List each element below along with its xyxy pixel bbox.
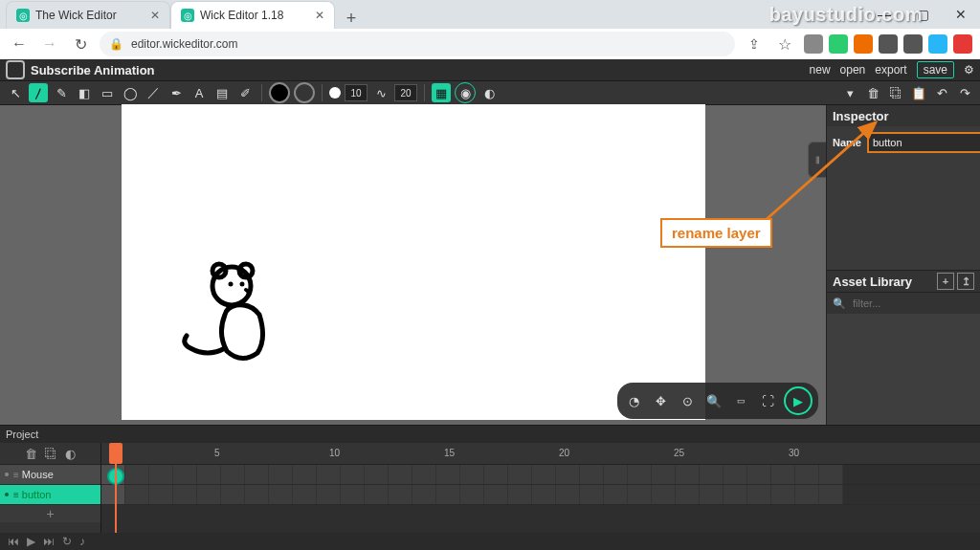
ellipse-tool-icon[interactable]: ◯ [121,83,140,102]
paste-icon[interactable]: 📋 [909,83,928,102]
save-button[interactable]: save [917,61,954,78]
hide-layer-icon[interactable]: ◐ [65,447,76,461]
text-tool-icon[interactable]: A [189,83,209,102]
add-layer-button[interactable]: + [0,505,100,522]
asset-filter-input[interactable] [851,297,980,310]
eraser-tool-icon[interactable]: ◧ [75,83,94,102]
toolbar: ↖ 〳 ✎ ◧ ▭ ◯ ／ ✒ A ▤ ✐ 10 ∿ 20 ▦ ◉ ◐ ▾ 🗑 … [0,81,980,105]
visibility-dot-icon[interactable] [5,473,9,476]
rect-tool-icon[interactable]: ▭ [98,83,117,102]
layer-name-input[interactable] [867,132,980,153]
svg-point-4 [239,282,244,287]
stroke-color-swatch[interactable] [294,82,315,103]
extension-icon[interactable] [903,34,923,54]
fill-tool-icon[interactable]: ▤ [212,83,232,102]
mode-c-icon[interactable]: ◐ [479,83,499,102]
reload-button[interactable]: ↻ [69,33,92,55]
divider [322,84,323,101]
fullscreen-icon[interactable]: ⛶ [757,390,778,411]
asset-list [827,314,980,425]
eyedrop-tool-icon[interactable]: ✐ [235,83,255,102]
add-asset-icon[interactable]: + [937,273,954,290]
prev-frame-icon[interactable]: ⏮ [8,535,19,548]
pencil-tool-icon[interactable]: ✎ [52,83,71,102]
redo-icon[interactable]: ↷ [955,83,974,102]
menu-open[interactable]: open [840,63,866,77]
layer-column: 🗑 ⿻ ◐ ≡ Mouse ≡ button + [0,443,101,533]
search-icon: 🔍 [833,297,846,310]
forward-button[interactable]: → [38,33,61,55]
copy-icon[interactable]: ⿻ [886,83,905,102]
grip-icon[interactable]: ≡ [13,470,17,480]
ruler-mark: 20 [559,448,569,458]
delete-layer-icon[interactable]: 🗑 [25,447,37,461]
smooth-input[interactable]: 20 [394,84,417,101]
play-icon[interactable]: ▶ [27,535,35,548]
menu-new[interactable]: new [810,63,831,77]
ruler-mark: 15 [444,448,455,458]
extension-icon[interactable] [804,34,823,54]
next-frame-icon[interactable]: ⏭ [43,535,55,548]
extension-icon[interactable] [854,34,873,54]
zoom-icon[interactable]: 🔍 [703,390,724,411]
layer-name: button [22,489,52,500]
tab-title: Wick Editor 1.18 [200,9,283,22]
zoom-out-icon[interactable]: ▭ [730,390,751,411]
recenter-icon[interactable]: ⊙ [677,390,698,411]
dropdown-icon[interactable]: ▾ [840,83,859,102]
grip-icon[interactable]: ≡ [13,490,17,500]
timeline-ruler[interactable]: 5 10 15 20 25 30 [101,443,980,465]
fill-color-swatch[interactable] [269,82,290,103]
track-row[interactable] [101,465,980,485]
copy-layer-icon[interactable]: ⿻ [45,447,57,461]
browser-tab[interactable]: ◎ Wick Editor 1.18 ✕ [170,1,335,29]
layer-row[interactable]: ≡ button [0,485,100,505]
sound-icon[interactable]: ♪ [79,535,85,548]
loop-icon[interactable]: ↻ [62,535,72,548]
browser-tab[interactable]: ◎ The Wick Editor ✕ [6,1,170,29]
settings-icon[interactable]: ⚙ [964,63,974,77]
side-pull-handle[interactable]: ⦀ [808,142,826,178]
layer-row[interactable]: ≡ Mouse [0,465,100,485]
close-tab-icon[interactable]: ✕ [315,9,324,22]
star-icon[interactable]: ☆ [773,33,796,55]
onion-icon[interactable]: ◔ [623,390,644,411]
canvas[interactable] [122,104,705,420]
pan-icon[interactable]: ✥ [650,390,671,411]
tracks[interactable]: 5 10 15 20 25 30 [101,443,980,533]
undo-icon[interactable]: ↶ [932,83,951,102]
app-logo-icon[interactable] [6,60,25,79]
brush-size-input[interactable]: 10 [345,84,368,101]
playhead-line [115,464,117,533]
stage-area[interactable]: ⦀ ◔ ✥ ⊙ 🔍 ▭ ⛶ ▶ [0,105,826,425]
new-tab-button[interactable]: + [341,8,362,29]
cursor-tool-icon[interactable]: ↖ [6,83,25,102]
asset-library-title: Asset Library [833,275,912,289]
extension-icon[interactable] [829,34,848,54]
menu-export[interactable]: export [875,63,906,77]
share-icon[interactable]: ⇪ [743,33,766,55]
upload-asset-icon[interactable]: ↥ [957,273,974,290]
line-tool-icon[interactable]: ／ [144,83,163,102]
favicon-icon: ◎ [16,9,30,22]
url-text: editor.wickeditor.com [131,37,237,51]
extension-icon[interactable] [953,34,972,54]
mode-b-icon[interactable]: ◉ [455,82,476,103]
close-tab-icon[interactable]: ✕ [150,9,160,22]
timeline-panel: Project 🗑 ⿻ ◐ ≡ Mouse ≡ button + [0,425,980,550]
playhead[interactable] [109,443,122,464]
track-row[interactable] [101,485,980,505]
back-button[interactable]: ← [8,33,31,55]
extension-icon[interactable] [928,34,947,54]
trash-icon[interactable]: 🗑 [863,83,882,102]
mode-a-icon[interactable]: ▦ [432,83,451,102]
watermark: bayustudio.com [769,4,923,26]
url-bar[interactable]: 🔒 editor.wickeditor.com [100,32,735,56]
brush-tool-icon[interactable]: 〳 [29,83,48,102]
play-button[interactable]: ▶ [784,386,813,415]
side-panel: Inspector Name Asset Library + ↥ 🔍 [826,105,980,425]
visibility-dot-icon[interactable] [5,493,9,496]
pen-tool-icon[interactable]: ✒ [167,83,186,102]
close-window-button[interactable]: ✕ [942,0,980,29]
extension-icon[interactable] [879,34,898,54]
